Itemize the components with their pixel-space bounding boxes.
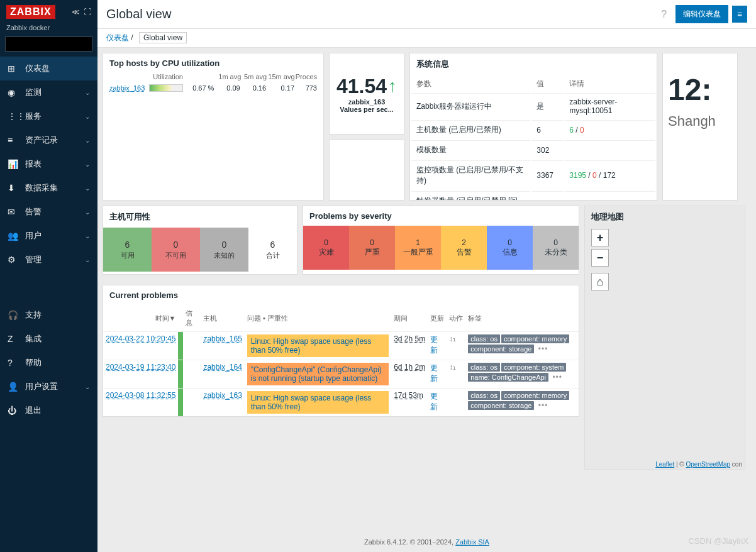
widget-system-info: 系统信息 参数 值 详情 Zabbix服务器端运行中是zabbix-server… — [409, 53, 657, 201]
more-tags-icon[interactable]: ••• — [535, 401, 548, 410]
action-icon[interactable]: ↕₁ — [449, 334, 456, 343]
map-zoom-in-button[interactable]: + — [591, 229, 609, 246]
tag[interactable]: component: system — [501, 363, 566, 372]
chevron-down-icon: ⌄ — [85, 137, 90, 144]
nav-icon: 📊 — [8, 159, 20, 169]
map-zoom-out-button[interactable]: − — [591, 249, 609, 267]
severity-cell-告警[interactable]: 2告警 — [441, 226, 487, 270]
nav-item-用户设置[interactable]: 👤用户设置⌄ — [0, 375, 97, 399]
update-link[interactable]: 更新 — [430, 392, 438, 411]
sysinfo-row: 模板数量302 — [411, 140, 655, 159]
nav-item-仪表盘[interactable]: ⊞仪表盘 — [0, 57, 97, 80]
nav-icon: Z — [8, 334, 20, 344]
tag[interactable]: class: os — [468, 391, 500, 400]
nav-item-监测[interactable]: ◉监测⌄ — [0, 80, 97, 104]
problem-time-link[interactable]: 2024-03-19 11:23:40 — [106, 363, 175, 372]
tag[interactable]: name: ConfigChangeApi — [468, 373, 548, 382]
nav-icon: 👤 — [8, 382, 20, 392]
help-icon[interactable]: ? — [661, 9, 667, 20]
nav-item-资产记录[interactable]: ≡资产记录⌄ — [0, 128, 97, 152]
breadcrumb: 仪表盘 / Global view — [97, 29, 756, 48]
nav-item-服务[interactable]: ⋮⋮服务⌄ — [0, 104, 97, 128]
action-icon[interactable]: ↕₁ — [449, 363, 456, 372]
problem-time-link[interactable]: 2024-03-08 11:32:55 — [106, 391, 175, 400]
problem-row: 2024-03-22 10:20:45zabbix_165Linux: High… — [103, 332, 579, 360]
sidebar-subtitle: Zabbix docker — [0, 24, 97, 36]
nav-icon: ≡ — [8, 135, 20, 145]
collapse-icon[interactable]: ≪ — [72, 8, 80, 16]
tag[interactable]: component: storage — [468, 345, 534, 353]
severity-cell-信息[interactable]: 0信息 — [487, 226, 533, 270]
nav-item-告警[interactable]: ✉告警⌄ — [0, 200, 97, 224]
nav-icon: 👥 — [8, 231, 20, 241]
severity-cell-灾难[interactable]: 0灾难 — [303, 226, 349, 270]
hostav-cell-可用[interactable]: 6可用 — [103, 228, 152, 272]
widget-values-per-sec: 41.54↑ zabbix_163 Values per sec... — [329, 53, 404, 135]
sysinfo-row: Zabbix服务器端运行中是zabbix-server-mysql:10051 — [411, 93, 655, 119]
arrow-up-icon: ↑ — [388, 76, 397, 96]
widget-current-problems: Current problems 时间▼ 信息 主机 问题 • 严重性 期间 更… — [103, 285, 579, 417]
chevron-down-icon: ⌄ — [85, 233, 90, 240]
leaflet-link[interactable]: Leaflet — [655, 461, 674, 468]
more-tags-icon[interactable]: ••• — [550, 373, 562, 382]
nav-item-集成[interactable]: Z集成 — [0, 327, 97, 351]
nav-item-管理[interactable]: ⚙管理⌄ — [0, 248, 97, 272]
nav-icon: ⏻ — [8, 406, 20, 416]
update-link[interactable]: 更新 — [430, 335, 438, 355]
tag[interactable]: component: memory — [501, 334, 569, 343]
chevron-down-icon: ⌄ — [85, 113, 90, 120]
widget-problems-by-severity: Problems by severity 0灾难0严重1一般严重2告警0信息0未… — [303, 206, 579, 275]
nav-icon: ⊞ — [8, 63, 20, 74]
search-input[interactable] — [6, 37, 105, 51]
map-home-button[interactable]: ⌂ — [591, 273, 609, 290]
nav-item-用户[interactable]: 👥用户⌄ — [0, 224, 97, 248]
host-link[interactable]: zabbix_165 — [203, 334, 242, 343]
zabbix-sia-link[interactable]: Zabbix SIA — [455, 538, 489, 546]
chevron-down-icon: ⌄ — [85, 89, 90, 96]
osm-link[interactable]: OpenStreetMap — [686, 461, 730, 468]
problem-link[interactable]: "ConfigChangeApi" (ConfigChangeApi) is n… — [247, 363, 389, 385]
severity-cell-未分类[interactable]: 0未分类 — [533, 226, 579, 270]
sysinfo-row: 监控项数量 (已启用/已禁用/不支持)33673195 / 0 / 172 — [411, 160, 655, 190]
host-link[interactable]: zabbix_163 — [203, 391, 242, 400]
hostav-cell-不可用[interactable]: 0不可用 — [152, 228, 200, 272]
tag[interactable]: component: storage — [468, 401, 534, 410]
problem-link[interactable]: Linux: High swap space usage (less than … — [247, 334, 389, 357]
breadcrumb-current: Global view — [139, 32, 187, 43]
hostav-cell-合计[interactable]: 6合计 — [248, 228, 297, 272]
nav-item-支持[interactable]: 🎧支持 — [0, 303, 97, 327]
update-link[interactable]: 更新 — [430, 363, 438, 383]
severity-cell-严重[interactable]: 0严重 — [349, 226, 395, 270]
breadcrumb-root[interactable]: 仪表盘 — [106, 33, 129, 42]
widget-clock: 12: Shangh — [662, 53, 738, 201]
sysinfo-row: 触发器数量 (已启用/已禁用 [问题/正常])758758 / 0 [3 / 7… — [411, 191, 655, 201]
widget-geo-map: 地理地图 + − ⌂ Leaflet | © OpenStreetMap con — [584, 206, 745, 470]
nav-item-报表[interactable]: 📊报表⌄ — [0, 152, 97, 176]
nav-icon: ✉ — [8, 207, 20, 217]
host-link[interactable]: zabbix_164 — [203, 363, 242, 372]
watermark: CSDN @JiayinX — [688, 536, 748, 546]
sysinfo-row: 主机数量 (已启用/已禁用)66 / 0 — [411, 120, 655, 139]
problem-link[interactable]: Linux: High swap space usage (less than … — [247, 391, 389, 414]
dashboard-menu-button[interactable]: ≡ — [732, 6, 747, 23]
severity-cell-一般严重[interactable]: 1一般严重 — [395, 226, 441, 270]
nav-item-退出[interactable]: ⏻退出 — [0, 399, 97, 422]
edit-dashboard-button[interactable]: 编辑仪表盘 — [675, 5, 728, 23]
nav-item-帮助[interactable]: ?帮助 — [0, 351, 97, 375]
search-box[interactable]: 🔍 — [5, 36, 92, 52]
hostav-cell-未知的[interactable]: 0未知的 — [200, 228, 248, 272]
tag[interactable]: component: memory — [501, 391, 569, 400]
more-tags-icon[interactable]: ••• — [535, 345, 548, 353]
nav-icon: ⚙ — [8, 255, 20, 265]
top-host-row: zabbix_1630.67 %0.090.160.17773 — [103, 83, 323, 93]
topbar: Global view ? 编辑仪表盘 ≡ — [97, 0, 756, 29]
tag[interactable]: class: os — [468, 334, 500, 343]
page-title: Global view — [106, 7, 171, 21]
fullscreen-icon[interactable]: ⛶ — [84, 8, 91, 16]
nav-icon: ? — [8, 358, 20, 368]
nav-item-数据采集[interactable]: ⬇数据采集⌄ — [0, 176, 97, 200]
problem-time-link[interactable]: 2024-03-22 10:20:45 — [106, 334, 175, 343]
host-link[interactable]: zabbix_163 — [109, 84, 147, 92]
utilization-bar — [149, 84, 183, 92]
tag[interactable]: class: os — [468, 363, 500, 372]
